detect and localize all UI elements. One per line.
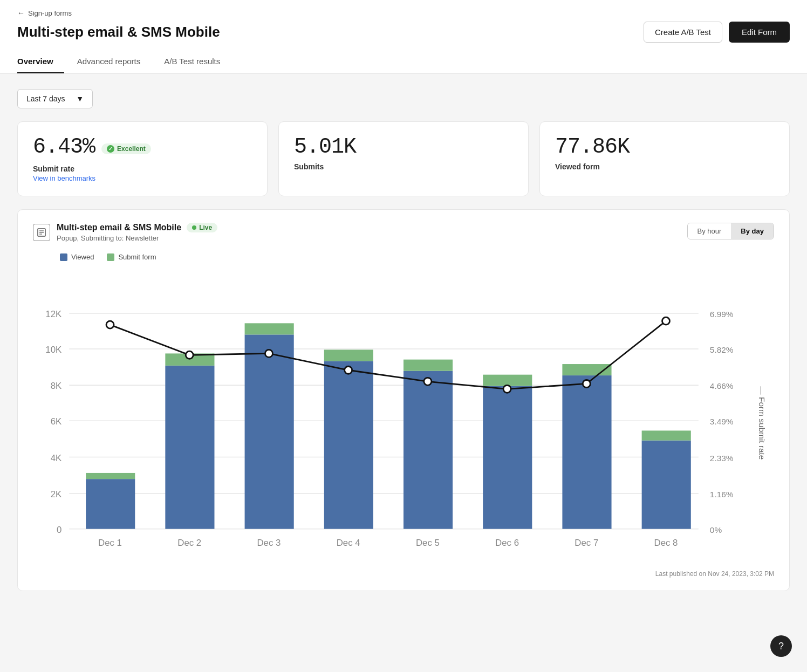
chart-title-text: Multi-step email & SMS Mobile Live Popup… [57, 223, 217, 242]
submits-label: Submits [294, 162, 513, 171]
form-icon [33, 224, 50, 241]
metrics-row: 6.43% ✓ Excellent Submit rate View in be… [17, 121, 790, 196]
bar-dec4-submit [324, 349, 373, 361]
badge-label: Excellent [117, 145, 146, 153]
submit-rate-value: 6.43% [33, 135, 95, 159]
svg-text:6K: 6K [51, 416, 62, 427]
back-arrow-icon: ← [17, 9, 25, 17]
page-title: Multi-step email & SMS Mobile [17, 24, 220, 40]
viewed-form-value: 77.86K [555, 135, 774, 159]
toggle-buttons: By hour By day [687, 223, 774, 239]
bar-dec6-submit [483, 375, 532, 386]
edit-form-button[interactable]: Edit Form [729, 22, 790, 43]
rate-dot-dec4 [345, 366, 352, 374]
bar-dec5-viewed [404, 371, 453, 529]
rate-dot-dec7 [583, 380, 590, 387]
svg-text:Dec 2: Dec 2 [177, 538, 201, 548]
viewed-form-label: Viewed form [555, 162, 774, 171]
bar-dec8-submit [642, 430, 691, 440]
back-link-label: Sign-up forms [28, 9, 72, 17]
svg-text:Dec 7: Dec 7 [575, 538, 598, 548]
rate-dot-dec8 [662, 317, 669, 325]
svg-text:1.16%: 1.16% [710, 490, 734, 499]
svg-text:10K: 10K [45, 345, 62, 355]
back-link[interactable]: ← Sign-up forms [17, 9, 790, 17]
live-dot [192, 225, 196, 230]
excellent-badge: ✓ Excellent [101, 143, 151, 154]
legend-viewed-dot [60, 253, 67, 261]
tab-advanced-reports[interactable]: Advanced reports [77, 51, 152, 73]
tab-ab-test-results[interactable]: A/B Test results [164, 51, 231, 73]
svg-text:0%: 0% [710, 525, 722, 534]
legend-submit-form-dot [107, 253, 114, 261]
bar-dec1-submit [86, 473, 135, 479]
bar-dec7-viewed [562, 375, 611, 529]
rate-dot-dec3 [265, 349, 272, 357]
metric-badge-row: 6.43% ✓ Excellent [33, 135, 252, 162]
svg-text:12K: 12K [45, 309, 62, 319]
bar-dec4-viewed [324, 361, 373, 529]
bar-chart: 0 2K 4K 6K 8K 10K 12K 0% 1.16% 2.33% [33, 272, 774, 559]
chart-subtitle: Popup, Submitting to: Newsletter [57, 234, 217, 242]
live-badge: Live [187, 223, 217, 232]
svg-text:2K: 2K [51, 489, 62, 499]
chart-header: Multi-step email & SMS Mobile Live Popup… [33, 223, 774, 242]
svg-text:Dec 1: Dec 1 [98, 538, 122, 548]
svg-text:4.66%: 4.66% [710, 381, 734, 390]
svg-text:Dec 8: Dec 8 [654, 538, 678, 548]
submits-value: 5.01K [294, 135, 513, 159]
svg-text:Dec 3: Dec 3 [257, 538, 281, 548]
rate-dot-dec5 [424, 378, 432, 385]
submits-card: 5.01K Submits [278, 121, 529, 196]
bar-dec3-submit [245, 323, 294, 334]
filter-row: Last 7 days ▼ [17, 89, 790, 108]
svg-text:Dec 4: Dec 4 [337, 538, 360, 548]
by-hour-toggle[interactable]: By hour [688, 223, 731, 239]
date-range-dropdown[interactable]: Last 7 days ▼ [17, 89, 93, 108]
svg-text:6.99%: 6.99% [710, 310, 734, 319]
svg-text:4K: 4K [51, 453, 62, 463]
bar-dec2-viewed [165, 366, 214, 529]
tab-overview[interactable]: Overview [17, 51, 64, 73]
chart-legend: Viewed Submit form [60, 253, 774, 261]
rate-dot-dec2 [186, 351, 193, 359]
by-day-toggle[interactable]: By day [731, 223, 774, 239]
chart-title-area: Multi-step email & SMS Mobile Live Popup… [33, 223, 217, 242]
bar-dec1-viewed [86, 479, 135, 529]
svg-text:— Form submit rate: — Form submit rate [757, 386, 767, 460]
bar-dec6-viewed [483, 386, 532, 529]
date-range-label: Last 7 days [26, 94, 65, 103]
chart-card: Multi-step email & SMS Mobile Live Popup… [17, 209, 790, 591]
tabs: Overview Advanced reports A/B Test resul… [17, 51, 790, 73]
svg-text:2.33%: 2.33% [710, 454, 734, 463]
create-ab-test-button[interactable]: Create A/B Test [644, 22, 722, 43]
header-buttons: Create A/B Test Edit Form [644, 22, 790, 43]
chart-area: 0 2K 4K 6K 8K 10K 12K 0% 1.16% 2.33% [33, 272, 774, 561]
legend-submit-form: Submit form [107, 253, 156, 261]
rate-dot-dec6 [503, 385, 511, 393]
legend-submit-form-label: Submit form [118, 253, 156, 261]
bar-dec8-viewed [642, 441, 691, 529]
view-benchmarks-link[interactable]: View in benchmarks [33, 174, 95, 182]
svg-text:8K: 8K [51, 381, 62, 391]
chevron-down-icon: ▼ [76, 94, 84, 103]
legend-viewed-label: Viewed [71, 253, 94, 261]
svg-text:3.49%: 3.49% [710, 417, 734, 426]
chart-form-name: Multi-step email & SMS Mobile Live [57, 223, 217, 232]
live-label: Live [199, 224, 212, 231]
submit-rate-card: 6.43% ✓ Excellent Submit rate View in be… [17, 121, 268, 196]
bar-dec5-submit [404, 360, 453, 371]
submit-rate-label: Submit rate [33, 164, 252, 173]
check-icon: ✓ [107, 145, 114, 153]
bar-dec3-viewed [245, 334, 294, 529]
svg-text:Dec 6: Dec 6 [495, 538, 519, 548]
viewed-form-card: 77.86K Viewed form [539, 121, 790, 196]
svg-text:Dec 5: Dec 5 [416, 538, 440, 548]
last-published-label: Last published on Nov 24, 2023, 3:02 PM [655, 570, 774, 578]
help-button[interactable]: ? [770, 635, 792, 657]
svg-text:0: 0 [57, 525, 61, 535]
rate-dot-dec1 [106, 321, 114, 328]
svg-text:5.82%: 5.82% [710, 345, 734, 354]
legend-viewed: Viewed [60, 253, 94, 261]
chart-footer: Last published on Nov 24, 2023, 3:02 PM [33, 570, 774, 578]
